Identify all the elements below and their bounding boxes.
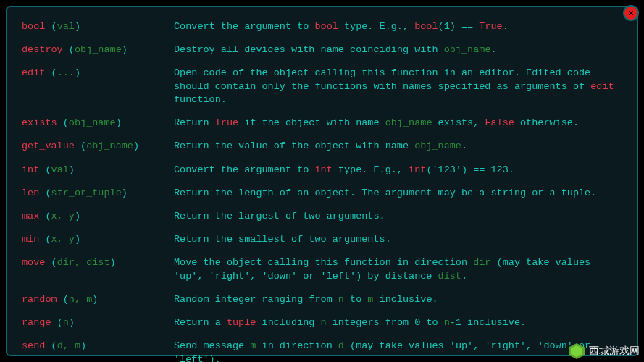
paren-open: (: [51, 340, 57, 351]
param-ref-text: n: [444, 317, 450, 328]
desc-text: .: [490, 44, 496, 55]
paren-close: ): [80, 340, 86, 351]
function-row: len (str_or_tuple)Return the length of a…: [22, 187, 622, 200]
paren-close: ): [116, 117, 122, 128]
function-list: bool (val)Convert the argument to bool t…: [22, 20, 622, 362]
paren-close: ): [122, 44, 127, 55]
function-name: len: [22, 188, 39, 198]
param-ref-text: d: [338, 340, 344, 351]
paren-close: ): [133, 140, 139, 151]
function-row: max (x, y)Return the largest of two argu…: [22, 210, 622, 223]
desc-text: Return: [174, 117, 215, 128]
paren-close: ): [69, 317, 75, 328]
function-param: val: [51, 164, 69, 175]
desc-text: Return the length of an object. The argu…: [174, 188, 596, 198]
desc-text: otherwise.: [514, 117, 579, 128]
paren-open: (: [45, 188, 51, 198]
function-name: get_value: [22, 140, 75, 151]
param-ref-text: obj_name: [444, 44, 491, 55]
function-signature: bool (val): [22, 20, 174, 33]
keyword-text: True: [479, 21, 502, 32]
desc-text: Convert the argument to: [174, 164, 314, 175]
function-description: Return the length of an object. The argu…: [174, 187, 622, 200]
function-signature: get_value (obj_name): [22, 140, 174, 153]
function-signature: move (dir, dist): [22, 256, 174, 269]
desc-text: Convert the argument to: [174, 21, 314, 32]
function-name: send: [22, 340, 45, 351]
paren-open: (: [45, 211, 51, 222]
function-row: edit (...)Open code of the object callin…: [22, 67, 622, 106]
function-name: max: [22, 211, 39, 222]
function-description: Return the smallest of two arguments.: [174, 233, 622, 246]
desc-text: (1) ==: [438, 21, 480, 32]
function-name: move: [22, 257, 45, 268]
param-ref-text: dir: [473, 257, 490, 268]
function-name: edit: [22, 67, 45, 78]
param-ref-text: obj_name: [385, 117, 432, 128]
desc-text: Return the value of the object with name: [174, 140, 414, 151]
desc-text: to: [344, 294, 367, 305]
desc-text: Random integer ranging from: [174, 294, 338, 305]
paren-open: (: [45, 234, 51, 245]
function-param: n, m: [69, 294, 92, 305]
desc-text: function.: [174, 94, 227, 105]
keyword-text: bool: [314, 21, 338, 32]
paren-close: ): [75, 21, 80, 32]
desc-text: if the object with name: [238, 117, 385, 128]
function-row: bool (val)Convert the argument to bool t…: [22, 20, 622, 33]
paren-open: (: [57, 317, 63, 328]
close-icon: ✕: [628, 9, 634, 18]
function-name: int: [22, 164, 39, 175]
function-signature: edit (...): [22, 67, 174, 80]
function-param: x, y: [51, 234, 75, 245]
function-description: Return a tuple including n integers from…: [174, 316, 622, 329]
paren-close: ): [75, 211, 80, 222]
desc-text: Return the smallest of two arguments.: [174, 234, 391, 245]
close-button[interactable]: ✕: [623, 5, 639, 21]
function-row: range (n)Return a tuple including n inte…: [22, 316, 622, 329]
desc-text: Open code of the object calling this fun…: [174, 67, 590, 91]
function-name: destroy: [22, 44, 63, 55]
function-description: Destroy all devices with name coinciding…: [174, 43, 622, 56]
paren-close: ): [69, 164, 75, 175]
paren-open: (: [51, 257, 57, 268]
function-param: obj_name: [69, 117, 116, 128]
function-row: random (n, m)Random integer ranging from…: [22, 293, 622, 306]
function-description: Convert the argument to bool type. E.g.,…: [174, 20, 622, 33]
function-row: get_value (obj_name)Return the value of …: [22, 140, 622, 153]
function-row: min (x, y)Return the smallest of two arg…: [22, 233, 622, 246]
param-ref-text: n: [321, 317, 327, 328]
paren-open: (: [80, 140, 86, 151]
desc-text: ('123') == 123.: [426, 164, 514, 175]
function-name: range: [22, 317, 51, 328]
function-name: bool: [22, 21, 45, 32]
function-param: ...: [57, 67, 75, 78]
function-signature: int (val): [22, 164, 174, 177]
paren-open: (: [63, 294, 69, 305]
function-param: str_or_tuple: [51, 188, 122, 198]
function-param: x, y: [51, 211, 75, 222]
keyword-text: edit: [590, 81, 614, 92]
function-row: destroy (obj_name)Destroy all devices wi…: [22, 43, 622, 56]
desc-text: .: [461, 140, 467, 151]
paren-open: (: [63, 117, 69, 128]
desc-text: exists,: [432, 117, 485, 128]
param-ref-text: dist: [438, 271, 461, 282]
function-row: send (d, m)Send message m in direction d…: [22, 340, 622, 362]
keyword-text: int: [409, 164, 426, 175]
desc-text: Return the largest of two arguments.: [174, 211, 385, 222]
desc-text: .: [503, 21, 509, 32]
function-name: random: [22, 294, 57, 305]
function-description: Return the largest of two arguments.: [174, 210, 622, 223]
desc-text: Send message: [174, 340, 250, 351]
paren-open: (: [51, 67, 57, 78]
function-row: int (val)Convert the argument to int typ…: [22, 164, 622, 177]
function-description: Return the value of the object with name…: [174, 140, 622, 153]
function-description: Send message m in direction d (may take …: [174, 340, 622, 362]
function-param: obj_name: [75, 44, 122, 55]
function-param: val: [57, 21, 75, 32]
function-name: exists: [22, 117, 57, 128]
function-signature: range (n): [22, 316, 174, 329]
help-panel: ✕ bool (val)Convert the argument to bool…: [6, 6, 638, 356]
desc-text: Destroy all devices with name coinciding…: [174, 44, 444, 55]
